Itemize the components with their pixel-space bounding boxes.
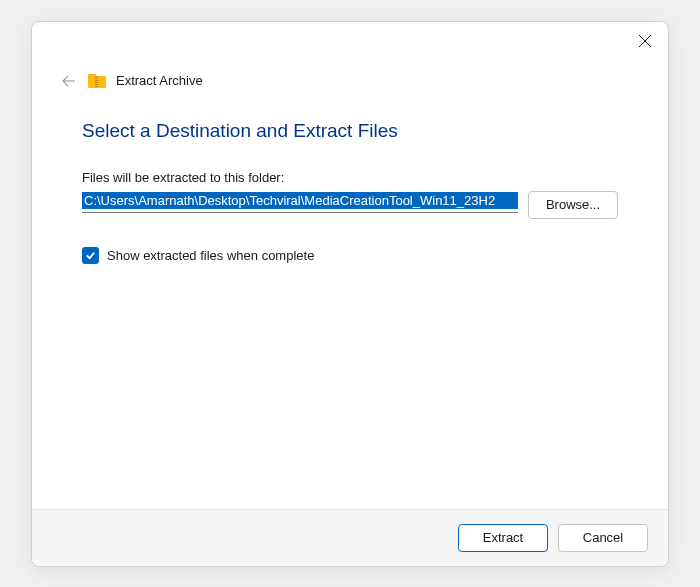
path-input-underline <box>82 191 518 213</box>
path-label: Files will be extracted to this folder: <box>82 170 618 185</box>
extract-archive-dialog: Extract Archive Select a Destination and… <box>31 21 669 567</box>
archive-folder-icon <box>88 74 106 88</box>
cancel-button[interactable]: Cancel <box>558 524 648 552</box>
dialog-title: Extract Archive <box>116 73 203 88</box>
destination-path-input[interactable] <box>82 192 518 209</box>
close-icon <box>638 34 652 48</box>
close-button[interactable] <box>638 34 654 50</box>
show-files-checkbox-row[interactable]: Show extracted files when complete <box>82 247 618 264</box>
titlebar: Extract Archive <box>32 22 668 90</box>
page-heading: Select a Destination and Extract Files <box>82 120 618 142</box>
browse-button[interactable]: Browse... <box>528 191 618 219</box>
extract-button[interactable]: Extract <box>458 524 548 552</box>
checkmark-icon <box>85 250 96 261</box>
show-files-checkbox-label[interactable]: Show extracted files when complete <box>107 248 314 263</box>
dialog-footer: Extract Cancel <box>32 509 668 566</box>
back-button[interactable] <box>60 72 78 90</box>
path-row: Browse... <box>82 191 618 219</box>
show-files-checkbox[interactable] <box>82 247 99 264</box>
dialog-content: Select a Destination and Extract Files F… <box>32 90 668 509</box>
arrow-left-icon <box>60 72 78 90</box>
